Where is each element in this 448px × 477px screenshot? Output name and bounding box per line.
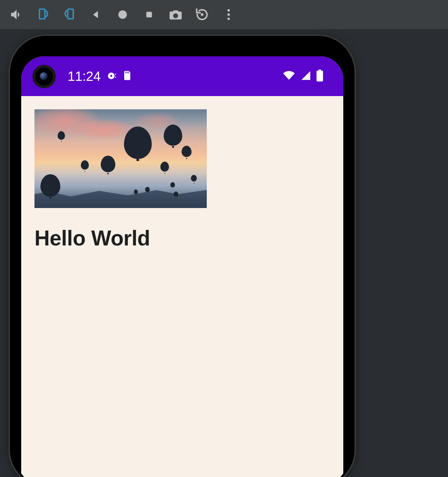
more-vert-icon[interactable] — [215, 0, 242, 29]
wifi-icon — [282, 70, 296, 82]
device-bezel: 11:24 — [15, 41, 349, 477]
signal-icon — [300, 70, 311, 82]
camera-icon[interactable] — [162, 0, 189, 29]
svg-point-6 — [227, 13, 230, 16]
punch-hole-camera — [32, 65, 56, 88]
svg-point-7 — [227, 18, 230, 20]
status-right — [282, 70, 323, 83]
rotate-right-icon[interactable] — [56, 0, 83, 29]
disc-icon — [107, 69, 117, 84]
svg-rect-15 — [316, 71, 323, 81]
emulator-stage: 11:24 — [0, 29, 448, 477]
status-time: 11:24 — [68, 69, 101, 84]
svg-point-5 — [227, 9, 230, 12]
volume-icon[interactable] — [3, 0, 30, 29]
stop-icon[interactable] — [136, 0, 162, 29]
battery-icon — [316, 70, 323, 83]
device-frame: 11:24 — [10, 36, 355, 477]
record-icon[interactable] — [109, 0, 136, 29]
svg-rect-11 — [115, 77, 116, 78]
svg-rect-13 — [127, 72, 127, 73]
svg-rect-0 — [39, 9, 45, 19]
svg-rect-12 — [125, 72, 126, 73]
device-screen: 11:24 — [21, 56, 343, 477]
svg-rect-3 — [146, 12, 152, 18]
svg-rect-14 — [128, 72, 129, 73]
svg-point-2 — [118, 10, 127, 19]
rotate-left-icon[interactable] — [30, 0, 56, 29]
svg-point-4 — [201, 13, 203, 16]
emulator-toolbar — [0, 0, 448, 29]
back-icon[interactable] — [83, 0, 109, 29]
app-content: Hello World — [21, 96, 343, 264]
status-bar: 11:24 — [21, 56, 343, 96]
svg-point-9 — [110, 75, 112, 77]
snapshot-reload-icon[interactable] — [189, 0, 215, 29]
sd-card-icon — [123, 69, 132, 84]
svg-rect-1 — [68, 9, 74, 19]
headline: Hello World — [34, 226, 330, 250]
status-left: 11:24 — [68, 69, 132, 84]
svg-rect-16 — [318, 70, 321, 71]
hero-image — [34, 109, 207, 208]
svg-rect-10 — [115, 74, 116, 75]
